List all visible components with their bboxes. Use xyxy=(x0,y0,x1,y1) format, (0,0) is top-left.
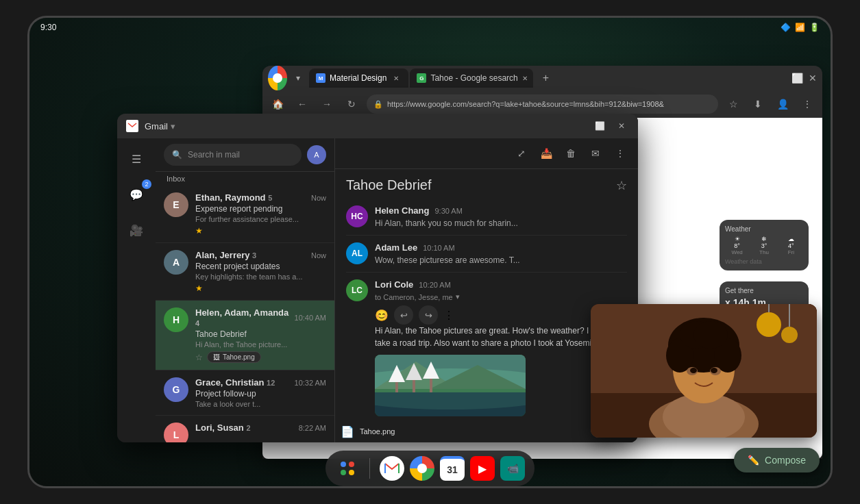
expand-icon[interactable]: ⤢ xyxy=(512,144,531,163)
msg-header-helen: Helen Chang 9:30 AM xyxy=(375,205,627,216)
minimize-button[interactable]: ⬜ xyxy=(791,73,803,84)
email-item-helen[interactable]: H Helen, Adam, Amanda 4 10:40 AM Tahoe D… xyxy=(156,301,334,370)
thread-star-icon[interactable]: ☆ xyxy=(616,178,627,193)
taskbar-meet-icon[interactable]: 📹 xyxy=(499,455,526,482)
tab-favicon-2: G xyxy=(417,73,426,83)
email-icon[interactable]: ✉ xyxy=(586,144,605,163)
attachment-icon: 🖼 xyxy=(213,353,220,361)
gmail-dropdown-icon[interactable]: ▾ xyxy=(171,121,175,131)
archive-icon[interactable]: 📥 xyxy=(537,144,556,163)
refresh-button[interactable]: ↻ xyxy=(342,94,361,114)
svg-point-15 xyxy=(757,312,781,337)
sidebar-chat-icon[interactable]: 💬 2 xyxy=(124,182,149,207)
email-avatar-grace: G xyxy=(164,377,188,402)
svg-point-30 xyxy=(690,368,697,373)
video-overlay xyxy=(591,304,817,438)
star-icon-helen[interactable]: ☆ xyxy=(195,353,203,362)
gmail-close-button[interactable]: ✕ xyxy=(613,118,630,134)
more-button[interactable]: ⋮ xyxy=(798,94,817,114)
email-sender-alan: Alan, Jerrery 3 xyxy=(195,250,256,260)
email-subject-grace: Project follow-up xyxy=(195,389,326,399)
taskbar-chrome-icon[interactable] xyxy=(408,455,436,482)
taskbar-gmail-icon[interactable] xyxy=(378,455,406,482)
time-display: 9:30 xyxy=(40,23,56,32)
weather-temp-wed: 8° xyxy=(725,242,749,249)
forward-button[interactable]: → xyxy=(317,94,336,114)
download-file-icon: 📄 xyxy=(341,425,354,438)
weather-icon-fri: ☁ xyxy=(779,236,803,242)
weather-icon-wed: ☀ xyxy=(725,236,749,242)
email-item-lori[interactable]: L Lori, Susan 2 8:22 AM xyxy=(156,416,334,442)
email-avatar-ethan: E xyxy=(164,192,188,217)
lens-dot-1 xyxy=(341,462,346,467)
reply-icon[interactable]: ↩ xyxy=(394,305,413,325)
taskbar: 31 ▶ 📹 xyxy=(29,451,831,486)
sidebar-menu-icon[interactable]: ☰ xyxy=(124,147,149,171)
lens-dots xyxy=(341,462,354,475)
calendar-date: 31 xyxy=(447,464,458,475)
thread-title-text: Tahoe Debrief xyxy=(346,177,432,193)
browser-tab-tahoe[interactable]: G Tahoe - Google sesarch ✕ xyxy=(410,68,533,88)
to-chevron-icon[interactable]: ▾ xyxy=(456,292,460,301)
download-button[interactable]: ⬇ xyxy=(748,94,767,114)
taskbar-youtube-icon[interactable]: ▶ xyxy=(469,455,496,482)
email-content-lori: Lori, Susan 2 8:22 AM xyxy=(195,423,326,434)
email-list-panel: 🔍 Search in mail A Inbox E Ethan, Raymon… xyxy=(156,138,335,442)
email-thread-title: Tahoe Debrief ☆ xyxy=(335,169,638,199)
gmail-m-icon xyxy=(126,120,138,132)
bookmark-button[interactable]: ☆ xyxy=(724,94,743,114)
star-icon-alan[interactable]: ★ xyxy=(195,284,203,293)
email-item-ethan[interactable]: E Ethan, Raymond 5 Now Expense report pe… xyxy=(156,186,334,243)
meet-video-icon: 📹 xyxy=(507,463,519,474)
email-meta-helen: ☆ 🖼 Tahoe.png xyxy=(195,351,326,363)
gmail-title-text: Gmail xyxy=(145,121,168,131)
msg-to-field: to Cameron, Jesse, me ▾ xyxy=(375,292,627,301)
msg-content-lori: Lori Cole 10:20 AM to Cameron, Jesse, me… xyxy=(375,279,627,416)
lens-dot-3 xyxy=(341,470,346,475)
user-avatar[interactable]: A xyxy=(307,145,326,164)
tab-close-1[interactable]: ✕ xyxy=(391,73,402,84)
email-header-grace: Grace, Christian 12 10:32 AM xyxy=(195,377,326,388)
email-item-alan[interactable]: A Alan, Jerrery 3 Now Recent project upd… xyxy=(156,243,334,301)
tab-close-2[interactable]: ✕ xyxy=(522,73,528,84)
weather-temp-fri: 4° xyxy=(779,242,803,249)
account-button[interactable]: 👤 xyxy=(773,94,792,114)
new-tab-button[interactable]: + xyxy=(537,70,554,86)
weather-label-wed: Wed xyxy=(725,249,749,255)
attachment-name: Tahoe.png xyxy=(223,353,255,361)
gmail-minimize-button[interactable]: ⬜ xyxy=(591,118,608,134)
address-bar[interactable]: 🔒 https://www.google.com/search?q=lake+t… xyxy=(367,94,718,114)
delete-icon[interactable]: 🗑 xyxy=(561,144,580,163)
msg-more-icon[interactable]: ⋮ xyxy=(443,309,454,322)
thread-message-lori: LC Lori Cole 10:20 AM to Cameron, Jesse,… xyxy=(346,273,627,424)
email-search-box[interactable]: 🔍 Search in mail xyxy=(164,144,302,166)
sidebar-video-icon[interactable]: 🎥 xyxy=(124,218,149,242)
attachment-chip-helen: 🖼 Tahoe.png xyxy=(207,351,261,363)
to-text: to Cameron, Jesse, me xyxy=(375,293,453,301)
weather-label-fri: Fri xyxy=(779,249,803,255)
star-icon-ethan[interactable]: ★ xyxy=(195,226,203,236)
taskbar-calendar-icon[interactable]: 31 xyxy=(439,455,466,482)
email-time-grace: 10:32 AM xyxy=(295,379,326,387)
tab-label-2: Tahoe - Google sesarch xyxy=(430,73,517,83)
calendar-icon: 31 xyxy=(440,456,465,481)
email-subject-helen: Tahoe Debrief xyxy=(195,329,326,339)
email-item-grace[interactable]: G Grace, Christian 12 10:32 AM Project f… xyxy=(156,370,334,416)
forward-icon[interactable]: ↪ xyxy=(419,305,438,325)
gmail-title: Gmail ▾ xyxy=(145,121,175,131)
home-button[interactable]: 🏠 xyxy=(268,94,287,114)
taskbar-lens-icon[interactable] xyxy=(334,455,361,482)
email-content-alan: Alan, Jerrery 3 Now Recent project updat… xyxy=(195,250,326,293)
tab-menu-icon[interactable]: ▾ xyxy=(291,71,305,85)
tab-favicon-1: M xyxy=(316,73,325,83)
msg-avatar-helen: HC xyxy=(346,205,368,227)
email-content-ethan: Ethan, Raymond 5 Now Expense report pend… xyxy=(195,192,326,236)
emoji-icon[interactable]: 😊 xyxy=(375,309,389,322)
back-button[interactable]: ← xyxy=(293,94,312,114)
more-icon[interactable]: ⋮ xyxy=(611,144,630,163)
browser-tab-material-design[interactable]: M Material Design ✕ xyxy=(309,68,408,88)
close-button[interactable]: ✕ xyxy=(809,73,817,84)
email-header-ethan: Ethan, Raymond 5 Now xyxy=(195,192,326,203)
email-time-helen: 10:40 AM xyxy=(295,314,326,322)
msg-sender-adam: Adam Lee xyxy=(375,242,417,253)
